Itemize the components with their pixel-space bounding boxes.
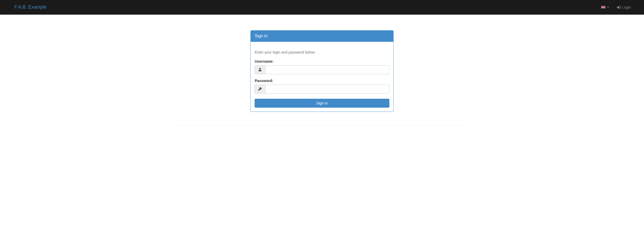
login-panel: Sign In Enter your login and password be… bbox=[250, 30, 393, 112]
help-text: Enter your login and password below: bbox=[255, 50, 389, 55]
main-container: Sign In Enter your login and password be… bbox=[169, 30, 475, 125]
caret-down-icon bbox=[607, 7, 609, 8]
username-input[interactable] bbox=[265, 65, 389, 74]
password-input[interactable] bbox=[265, 85, 389, 94]
username-label: Username: bbox=[255, 59, 273, 64]
panel-heading: Sign In bbox=[251, 31, 393, 42]
navbar: F.A.B. Example Login bbox=[0, 0, 644, 15]
uk-flag-icon bbox=[601, 6, 605, 9]
signin-button[interactable]: Sign In bbox=[255, 99, 389, 108]
user-icon bbox=[258, 68, 262, 71]
password-addon bbox=[255, 85, 265, 94]
password-group: Password: bbox=[255, 78, 389, 94]
navbar-right: Login bbox=[597, 1, 640, 14]
language-dropdown[interactable] bbox=[597, 2, 613, 13]
signin-icon bbox=[617, 5, 620, 9]
username-addon bbox=[255, 65, 265, 74]
login-link[interactable]: Login bbox=[613, 1, 635, 14]
password-label: Password: bbox=[255, 78, 273, 83]
key-icon bbox=[258, 87, 262, 91]
panel-body: Enter your login and password below: Use… bbox=[251, 42, 393, 112]
login-label: Login bbox=[622, 5, 631, 10]
row: Sign In Enter your login and password be… bbox=[173, 30, 471, 117]
footer-divider bbox=[173, 125, 471, 125]
username-input-group bbox=[255, 65, 389, 74]
login-form: Username: Password: bbox=[255, 59, 389, 108]
login-column: Sign In Enter your login and password be… bbox=[250, 30, 393, 117]
password-input-group bbox=[255, 85, 389, 94]
brand-link[interactable]: F.A.B. Example bbox=[4, 0, 50, 15]
username-group: Username: bbox=[255, 59, 389, 74]
